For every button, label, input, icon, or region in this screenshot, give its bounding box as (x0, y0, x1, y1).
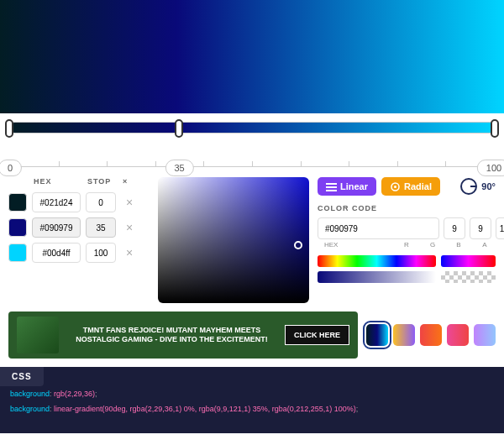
code-line-2: background: linear-gradient(90deg, rgba(… (0, 401, 504, 416)
stop-row[interactable]: × (8, 217, 150, 238)
b-input[interactable] (496, 217, 504, 239)
ruler: 0 35 100 (10, 144, 494, 167)
radial-icon (390, 182, 401, 191)
linear-icon (326, 182, 337, 191)
stop-delete-button[interactable]: × (121, 219, 138, 236)
header-hex: HEX (34, 177, 82, 186)
preset-swatch[interactable] (447, 324, 469, 346)
stop-position-input[interactable] (86, 192, 116, 212)
ad-text: TMNT FANS REJOICE! MUTANT MAYHEM MEETS N… (67, 326, 276, 344)
preset-swatch[interactable] (393, 324, 415, 346)
stop-position-input[interactable] (86, 243, 116, 263)
picker-cursor[interactable] (294, 241, 302, 249)
svg-rect-2 (326, 190, 337, 191)
hue-slider[interactable] (318, 255, 436, 267)
preset-swatch[interactable] (420, 324, 442, 346)
tab-radial-label: Radial (404, 181, 432, 191)
stop-hex-input[interactable] (32, 243, 81, 263)
stop-handle-2[interactable] (491, 119, 499, 138)
ruler-min: 0 (0, 160, 22, 176)
hue-slider-2[interactable] (441, 255, 496, 267)
svg-rect-1 (326, 186, 337, 188)
r-input[interactable] (444, 217, 465, 239)
stop-hex-input[interactable] (32, 217, 81, 238)
color-picker[interactable] (158, 177, 309, 303)
alpha-slider[interactable] (318, 271, 436, 283)
preset-list (366, 324, 496, 346)
hex-sublabel: HEX (318, 241, 391, 249)
stop-delete-button[interactable]: × (121, 244, 138, 261)
stop-swatch[interactable] (8, 218, 27, 237)
ad-button[interactable]: CLICK HERE (285, 325, 349, 345)
hex-input[interactable] (318, 217, 439, 239)
g-input[interactable] (470, 217, 491, 239)
tab-radial[interactable]: Radial (381, 177, 440, 196)
code-line-1: background: rgb(2,29,36); (0, 386, 504, 401)
ruler-mid: 35 (165, 160, 193, 176)
tab-linear[interactable]: Linear (318, 177, 376, 196)
stop-row[interactable]: × (8, 243, 150, 263)
header-delete: × (123, 177, 128, 186)
code-tab-css[interactable]: CSS (0, 367, 44, 386)
angle-value: 90° (481, 181, 496, 191)
gradient-track[interactable] (8, 122, 496, 134)
g-sublabel: G (422, 241, 444, 249)
preset-swatch[interactable] (366, 324, 388, 346)
svg-point-4 (394, 186, 396, 188)
stop-handle-1[interactable] (175, 119, 183, 138)
svg-rect-0 (326, 183, 337, 185)
ad-image (17, 317, 59, 353)
header-stop: STOP (87, 177, 118, 186)
stop-handle-0[interactable] (5, 119, 13, 138)
ruler-max: 100 (477, 160, 504, 176)
stop-swatch[interactable] (8, 243, 27, 262)
a-sublabel: A (474, 241, 496, 249)
tab-linear-label: Linear (340, 181, 368, 191)
stop-hex-input[interactable] (32, 192, 81, 212)
transparency-checker (441, 271, 496, 283)
stop-swatch[interactable] (8, 193, 27, 212)
gradient-preview (0, 0, 504, 113)
r-sublabel: R (396, 241, 417, 249)
stop-position-input[interactable] (86, 217, 116, 238)
controls-panel: Linear Radial 90° COLOR CODE HEX R G B A (318, 177, 496, 303)
preset-swatch[interactable] (474, 324, 496, 346)
code-panel: CSS background: rgb(2,29,36); background… (0, 367, 504, 433)
ad-banner[interactable]: TMNT FANS REJOICE! MUTANT MAYHEM MEETS N… (8, 312, 358, 359)
gradient-track-container (0, 113, 504, 137)
color-code-label: COLOR CODE (318, 204, 496, 212)
stop-row[interactable]: × (8, 192, 150, 212)
angle-dial[interactable] (460, 178, 477, 195)
stop-delete-button[interactable]: × (121, 194, 138, 211)
b-sublabel: B (448, 241, 470, 249)
stops-panel: HEX STOP × × × × (8, 177, 150, 303)
